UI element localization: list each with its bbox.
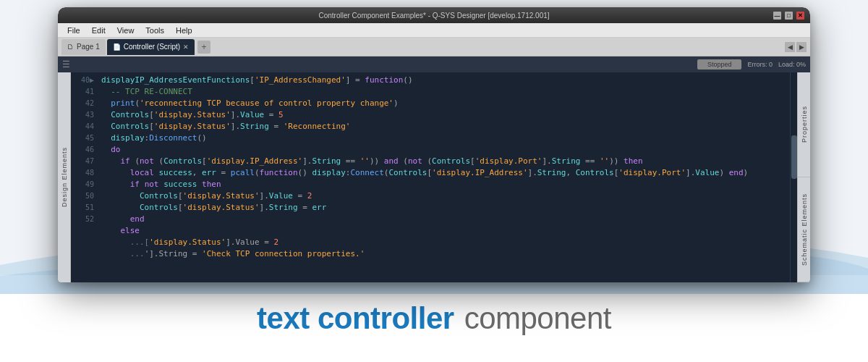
scrollbar[interactable] [790, 72, 797, 282]
tab-page1[interactable]: 🗋 Page 1 [61, 39, 106, 55]
tab-controller-script[interactable]: 📄 Controller (Script) ✕ [107, 39, 195, 55]
code-line-partial2: ...'].String = 'Check TCP connection pro… [71, 249, 790, 261]
errors-count: Errors: 0 [747, 61, 773, 68]
tab-prev-button[interactable]: ◀ [785, 42, 795, 52]
code-line-47: 47 if (not (Controls['display.IP_Address… [71, 156, 790, 168]
bottom-light-subtitle: component [464, 301, 611, 336]
code-line-partial1: ...['display.Status'].Value = 2 [71, 237, 790, 249]
code-editor[interactable]: 40▶ displayIP_AddressEventFunctions['IP_… [71, 72, 790, 282]
schematic-label: Schematic Elements [801, 193, 808, 266]
properties-label: Properties [801, 106, 808, 143]
code-line-45: 45 display:Disconnect() [71, 133, 790, 145]
code-line-43: 43 Controls['display.Status'].Value = 5 [71, 110, 790, 122]
schematic-panel: Schematic Elements [798, 177, 810, 282]
right-panel: Properties Schematic Elements [797, 72, 810, 282]
code-line-46: 46 do [71, 145, 790, 156]
tab-close-icon[interactable]: ✕ [183, 43, 189, 51]
tab-navigation: ◀ ▶ [785, 42, 807, 52]
code-line-49: 49 if not success then [71, 180, 790, 191]
tab-next-button[interactable]: ▶ [796, 42, 807, 52]
menu-bar: File Edit View Tools Help [58, 23, 810, 38]
menu-edit[interactable]: Edit [86, 26, 111, 35]
code-line-42: 42 print('reconnecting TCP because of co… [71, 98, 790, 110]
bottom-bold-title: text controller [257, 301, 454, 336]
code-line-50: 50 Controls['display.Status'].Value = 2 [71, 191, 790, 203]
properties-panel: Properties [798, 72, 810, 177]
code-line-48: 48 local success, err = pcall(function()… [71, 168, 790, 180]
code-line-41: 41 -- TCP RE-CONNECT [71, 87, 790, 98]
status-indicator: Stopped [697, 59, 742, 70]
code-line-else: else [71, 226, 790, 237]
menu-file[interactable]: File [61, 26, 86, 35]
tab-bar: 🗋 Page 1 📄 Controller (Script) ✕ + ◀ ▶ [58, 38, 810, 56]
left-panel: Design Elements [58, 72, 71, 282]
code-line-52: 52 end [71, 214, 790, 226]
code-lines: 40▶ displayIP_AddressEventFunctions['IP_… [71, 72, 790, 264]
code-line-40: 40▶ displayIP_AddressEventFunctions['IP_… [71, 75, 790, 87]
scrollbar-thumb[interactable] [791, 135, 797, 179]
design-elements-label: Design Elements [61, 147, 68, 207]
menu-tools[interactable]: Tools [140, 26, 170, 35]
hamburger-icon[interactable]: ☰ [62, 59, 70, 70]
menu-help[interactable]: Help [170, 26, 198, 35]
title-bar: Controller Component Examples* - Q-SYS D… [58, 7, 810, 23]
application-window: Controller Component Examples* - Q-SYS D… [58, 7, 810, 282]
toolbar: ☰ Stopped Errors: 0 Load: 0% [58, 56, 810, 72]
menu-view[interactable]: View [111, 26, 140, 35]
code-line-44: 44 Controls['display.Status'].String = '… [71, 122, 790, 133]
window-title: Controller Component Examples* - Q-SYS D… [64, 12, 804, 20]
code-line-51: 51 Controls['display.Status'].String = e… [71, 203, 790, 214]
maximize-button[interactable]: □ [785, 12, 793, 20]
window-controls: — □ ✕ [773, 12, 804, 20]
tab-add-button[interactable]: + [197, 41, 210, 54]
load-percentage: Load: 0% [778, 61, 806, 68]
close-button[interactable]: ✕ [796, 12, 804, 20]
editor-area: Design Elements 40▶ displayIP_AddressEve… [58, 72, 810, 282]
minimize-button[interactable]: — [773, 12, 781, 20]
